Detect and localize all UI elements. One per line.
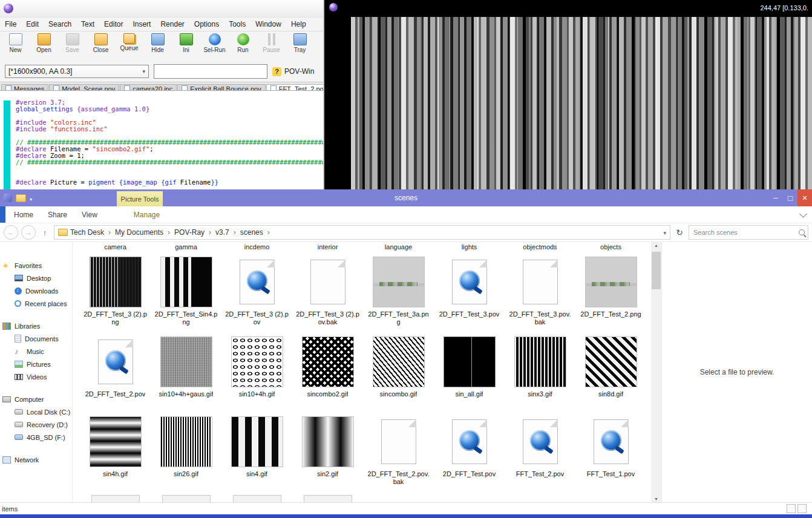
breadcrumb-segment[interactable]: POV-Ray [174, 228, 215, 237]
ribbon-tab[interactable]: Home [8, 211, 39, 219]
file-item[interactable]: sin_all.gif [434, 335, 505, 415]
up-button[interactable] [39, 226, 51, 239]
file-item[interactable]: sinx3.gif [505, 335, 575, 415]
file-item[interactable]: FFT_Test_2.pov [505, 415, 575, 495]
menu-item[interactable]: Tools [224, 20, 250, 28]
partial-file-thumbnail[interactable] [304, 495, 352, 502]
file-item[interactable]: sin10+4h.gif [221, 335, 292, 415]
toolbar-button[interactable]: Run [229, 33, 257, 53]
file-item[interactable]: sin4h.gif [80, 415, 151, 495]
file-tab[interactable] [0, 206, 5, 223]
search-box[interactable] [689, 225, 808, 240]
close-button[interactable] [797, 189, 812, 206]
menu-item[interactable]: Window [250, 20, 286, 28]
file-item[interactable]: sincombo2.gif [292, 335, 363, 415]
scrollbar-thumb[interactable] [652, 252, 661, 289]
view-details-button[interactable] [787, 504, 796, 513]
file-item[interactable]: sin2.gif [292, 415, 363, 495]
partial-file-thumbnail[interactable] [233, 495, 281, 502]
sidebar-item[interactable]: Music [0, 345, 72, 358]
menu-item[interactable]: File [0, 20, 21, 28]
folder-item[interactable]: objectmods [505, 243, 575, 255]
code-editor[interactable]: #version 3.7;global_settings {assumed_ga… [0, 90, 323, 189]
sidebar-item[interactable]: Documents [0, 332, 72, 345]
povray-titlebar[interactable] [0, 0, 323, 17]
file-item[interactable]: sin10+4h+gaus.gif [151, 335, 221, 415]
toolbar-button[interactable]: Pause [257, 33, 286, 53]
file-item[interactable]: 2D_FFT_Test_Sin4.png [151, 255, 221, 335]
forward-button[interactable] [21, 225, 36, 240]
refresh-icon[interactable] [673, 228, 686, 237]
menu-item[interactable]: Options [189, 20, 224, 28]
address-dropdown-chevron-icon[interactable] [663, 228, 666, 237]
folder-icon[interactable] [16, 194, 26, 202]
menu-item[interactable]: Insert [128, 20, 156, 28]
file-item[interactable]: 2D_FFT_Test_2.png [575, 255, 646, 335]
sidebar-item[interactable]: Local Disk (C:) [0, 405, 72, 418]
file-item[interactable]: sincombo.gif [363, 335, 434, 415]
folder-item[interactable]: incdemo [221, 243, 292, 255]
ribbon-tab[interactable]: View [76, 211, 103, 219]
file-item[interactable]: sin8d.gif [575, 335, 646, 415]
maximize-button[interactable] [783, 189, 797, 206]
vertical-scrollbar[interactable] [651, 242, 661, 502]
partial-file-thumbnail[interactable] [91, 495, 140, 502]
menu-item[interactable]: Editor [99, 20, 128, 28]
breadcrumb-segment[interactable]: My Documents [115, 228, 174, 237]
folder-item[interactable]: gamma [151, 243, 221, 255]
taskbar-edge[interactable] [0, 514, 812, 518]
breadcrumb-segment[interactable]: v3.7 [215, 228, 240, 237]
file-item[interactable]: 2D_FFT_Test_3 (2).pov [221, 255, 292, 335]
ribbon-tab[interactable]: Share [42, 211, 73, 219]
file-item[interactable]: FFT_Test_1.pov [575, 415, 646, 495]
folder-item[interactable]: language [363, 243, 434, 255]
toolbar-button[interactable]: Save [58, 33, 87, 53]
menu-item[interactable]: Text [76, 20, 99, 28]
toolbar-button[interactable]: Sel-Run [200, 33, 229, 53]
breadcrumb-segment[interactable]: Tech Desk [70, 228, 115, 237]
partial-file-thumbnail[interactable] [162, 495, 211, 502]
sidebar-item[interactable]: Network [0, 453, 72, 466]
file-item[interactable]: 2D_FFT_Test_3 (2).png [80, 255, 151, 335]
render-preset-dropdown[interactable]: [*1600x900, AA 0.3] ▾ [5, 65, 149, 78]
toolbar-button[interactable]: Hide [143, 33, 172, 53]
menu-item[interactable]: Render [156, 20, 189, 28]
menu-item[interactable]: Search [44, 20, 76, 28]
folder-item[interactable]: lights [434, 243, 505, 255]
sidebar-item[interactable]: Favorites [0, 259, 72, 272]
help-area[interactable]: ? POV-Win [272, 67, 314, 76]
sidebar-item[interactable]: Libraries [0, 320, 72, 332]
menu-item[interactable]: Help [286, 20, 311, 28]
ribbon-tab[interactable]: Manage [128, 211, 166, 219]
render-titlebar[interactable]: 244,47 [0.133,0. [324, 0, 812, 16]
sidebar-item[interactable]: Computer [0, 393, 72, 405]
file-item[interactable]: 2D_FFT_Test_2.pov.bak [363, 415, 434, 495]
sidebar-item[interactable]: Recent places [0, 297, 72, 310]
address-bar[interactable]: Tech DeskMy DocumentsPOV-Rayv3.7scenes [54, 225, 670, 240]
file-item[interactable]: 2D_FFT_Test_3.pov [434, 255, 505, 335]
explorer-titlebar[interactable]: scenes Picture Tools [0, 189, 812, 206]
file-item[interactable]: sin26.gif [151, 415, 221, 495]
file-item[interactable]: 2D_FFT_Test_3a.png [363, 255, 434, 335]
sidebar-item[interactable]: 4GB_SD (F:) [0, 431, 72, 444]
minimize-button[interactable] [768, 189, 783, 206]
file-item[interactable]: 2D_FFT_Test_3 (2).pov.bak [292, 255, 363, 335]
toolbar-button[interactable]: Close [87, 33, 115, 53]
file-item[interactable]: 2D_FFT_Test.pov [434, 415, 505, 495]
toolbar-button[interactable]: New [1, 33, 30, 53]
sidebar-item[interactable]: Desktop [0, 272, 72, 284]
sidebar-item[interactable]: Videos [0, 370, 72, 383]
breadcrumb-segment[interactable]: scenes [240, 228, 274, 237]
folder-item[interactable]: objects [575, 243, 646, 255]
file-item[interactable]: sin4.gif [221, 415, 292, 495]
back-button[interactable] [4, 225, 18, 240]
picture-tools-contextual-tab[interactable]: Picture Tools [117, 191, 163, 206]
view-thumbnails-button[interactable] [797, 504, 807, 513]
sidebar-item[interactable]: Downloads [0, 284, 72, 297]
ribbon-expand-chevron-icon[interactable] [799, 210, 807, 218]
command-line-input[interactable] [154, 64, 267, 79]
menu-item[interactable]: Edit [21, 20, 44, 28]
sidebar-item[interactable]: Pictures [0, 358, 72, 370]
toolbar-button[interactable]: Queue [115, 33, 143, 51]
folder-item[interactable]: interior [292, 243, 363, 255]
